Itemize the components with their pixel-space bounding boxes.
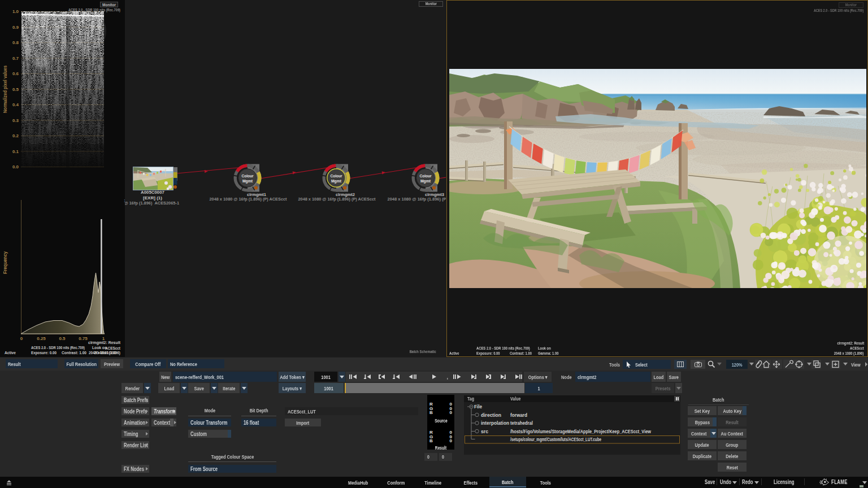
- svg-text:0.25: 0.25: [37, 336, 46, 341]
- svg-text:Exposure: 0.00: Exposure: 0.00: [31, 350, 57, 355]
- svg-text:ACES 2.0 - SDR 100 nits (Rec.7: ACES 2.0 - SDR 100 nits (Rec.709): [31, 345, 85, 350]
- svg-text:0.3: 0.3: [12, 118, 19, 123]
- svg-text:0.7: 0.7: [12, 56, 19, 61]
- svg-text:tetrahedral: tetrahedral: [510, 420, 533, 426]
- svg-text:0: 0: [20, 336, 23, 341]
- svg-text:Frequency: Frequency: [2, 251, 8, 274]
- svg-text:Colour: Colour: [420, 174, 432, 178]
- svg-text:0.5: 0.5: [12, 87, 19, 92]
- svg-text:Colour: Colour: [331, 174, 342, 178]
- svg-text:Mgmt: Mgmt: [331, 179, 342, 184]
- svg-text:0.1: 0.1: [12, 149, 19, 154]
- svg-text:1.0: 1.0: [12, 9, 19, 14]
- svg-text:Mgmt: Mgmt: [420, 179, 431, 184]
- svg-text:2048 x 1080 @ 16fp (1.896) (P): 2048 x 1080 @ 16fp (1.896) (P) ACEScct: [298, 197, 376, 202]
- svg-text:forward: forward: [510, 412, 527, 418]
- svg-text:/setups/colour_mgmt/Custom/lut: /setups/colour_mgmt/Custom/luts/ACEScct_…: [510, 437, 601, 442]
- svg-text:0.5: 0.5: [59, 336, 66, 341]
- svg-text:src: src: [481, 429, 488, 434]
- svg-text:[EXR] (1): [EXR] (1): [143, 195, 162, 201]
- svg-text:1080 @ 16fp (1.896) ACES2065-: 1080 @ 16fp (1.896) ACES2065-1: [125, 201, 179, 206]
- svg-text:0.2: 0.2: [12, 133, 19, 138]
- svg-text:ACES 2.0 - SDR 100 nits (Rec.7: ACES 2.0 - SDR 100 nits (Rec.709): [68, 8, 120, 12]
- svg-text:0.8: 0.8: [12, 40, 19, 45]
- svg-text:Active: Active: [5, 350, 16, 355]
- svg-text:clrmgmt2: Result: clrmgmt2: Result: [88, 340, 120, 345]
- svg-text:Normalized pixel values: Normalized pixel values: [2, 66, 8, 113]
- svg-text:2048 x 1080 @ 16fp (1.896) (P): 2048 x 1080 @ 16fp (1.896) (P) Rec.188: [388, 197, 447, 202]
- svg-text:2048x1080: 2048x1080: [94, 350, 116, 355]
- svg-text:0.4: 0.4: [12, 102, 19, 107]
- svg-text:0.6: 0.6: [12, 71, 19, 76]
- svg-text:A005C0007: A005C0007: [141, 190, 165, 195]
- svg-text:0.0: 0.0: [12, 164, 19, 169]
- svg-text:2048 x 1080 @ 16fp (1.896) (P): 2048 x 1080 @ 16fp (1.896) (P) ACEScct: [210, 197, 287, 202]
- svg-text:direction: direction: [481, 412, 501, 418]
- svg-text:/hosts/Figo/Volumes/StorageMed: /hosts/Figo/Volumes/StorageMedia/Apple_P…: [510, 429, 652, 434]
- svg-text:Mgmt: Mgmt: [242, 179, 253, 184]
- svg-text:Contrast: 1.00: Contrast: 1.00: [62, 350, 86, 355]
- svg-text:Colour: Colour: [242, 174, 254, 178]
- svg-text:0.9: 0.9: [12, 25, 19, 30]
- svg-text:0.75: 0.75: [79, 336, 88, 341]
- svg-text:File: File: [474, 404, 482, 409]
- svg-text:interpolation: interpolation: [481, 420, 509, 426]
- svg-text:Monitor: Monitor: [102, 3, 116, 7]
